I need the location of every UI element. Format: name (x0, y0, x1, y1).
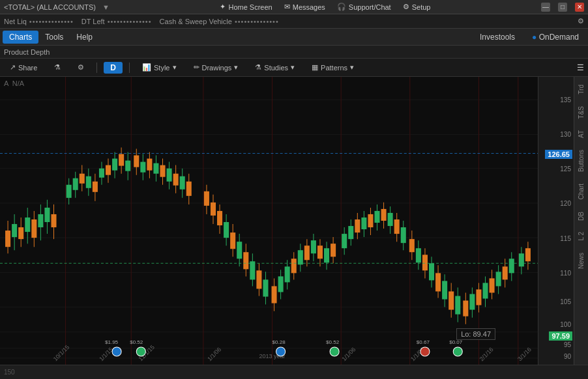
svg-rect-52 (119, 154, 124, 166)
svg-rect-92 (263, 279, 268, 296)
price-level-105: 105 (560, 298, 571, 305)
low-price-label: Lo: 89.47 (456, 328, 495, 340)
drawings-button[interactable]: ✏ Drawings ▾ (188, 61, 244, 74)
tab-chart[interactable]: Chart (576, 178, 587, 204)
patterns-button[interactable]: ▦ Patterns ▾ (306, 61, 360, 74)
dropdown-icon[interactable]: ▼ (102, 3, 110, 11)
svg-rect-56 (134, 156, 139, 167)
svg-text:$0.28: $0.28 (272, 339, 286, 345)
tab-ts[interactable]: T&S (576, 101, 587, 124)
svg-rect-40 (80, 174, 85, 184)
headset-icon: 🎧 (337, 3, 346, 11)
settings-button[interactable]: ⚙ (72, 61, 90, 74)
flask-icon: ⚗ (54, 63, 61, 72)
cash-sweep-label: Cash & Sweep Vehicle (160, 18, 232, 25)
price-level-135: 135 (560, 96, 571, 104)
tab-db[interactable]: DB (576, 206, 587, 226)
svg-rect-104 (304, 246, 310, 260)
svg-rect-88 (250, 261, 255, 279)
svg-rect-154 (476, 289, 481, 305)
svg-rect-54 (125, 161, 130, 171)
candlestick-chart: 10/1/15 1/1/15 11/1/15 1/1/06 2013 year … (0, 77, 538, 365)
svg-rect-98 (285, 266, 290, 282)
svg-rect-152 (469, 294, 475, 310)
home-icon: ✦ (220, 3, 226, 11)
tab-trd[interactable]: Trd (576, 79, 587, 100)
maximize-button[interactable]: □ (558, 3, 567, 12)
cash-sweep-value: •••••••••••••• (235, 18, 279, 25)
period-button[interactable]: D (104, 62, 123, 74)
tab-news[interactable]: News (576, 247, 587, 274)
svg-rect-86 (243, 252, 248, 269)
chart-info: A N/A (4, 79, 24, 87)
main-chart[interactable]: A N/A Lo: 89.47 (0, 77, 538, 365)
price-level-125: 125 (560, 165, 571, 173)
share-button[interactable]: ↗ Share (4, 61, 43, 74)
svg-rect-34 (51, 214, 56, 227)
dt-left-item: DT Left •••••••••••••• (81, 18, 152, 25)
menu-tools[interactable]: Tools (38, 31, 70, 44)
svg-rect-142 (435, 273, 441, 291)
minimize-button[interactable]: — (541, 3, 550, 12)
style-button[interactable]: 📊 Style ▾ (136, 61, 182, 74)
svg-rect-140 (429, 263, 434, 280)
tab-l2[interactable]: L 2 (576, 227, 587, 246)
price-level-130: 130 (560, 131, 571, 138)
svg-rect-144 (442, 281, 447, 299)
patterns-icon: ▦ (312, 63, 318, 72)
svg-rect-62 (153, 163, 158, 174)
messages-icon: ✉ (284, 3, 290, 11)
svg-rect-48 (106, 165, 111, 175)
nav-setup[interactable]: ⚙ Setup (403, 3, 431, 11)
share-icon: ↗ (10, 63, 16, 72)
ondemand-icon: ● (532, 33, 537, 42)
svg-rect-90 (256, 270, 261, 288)
svg-rect-132 (401, 227, 406, 243)
chart-menu-icon[interactable]: ☰ (577, 63, 584, 72)
svg-rect-32 (44, 208, 50, 222)
sub-bar: Product Depth (0, 46, 588, 59)
svg-rect-74 (204, 191, 209, 206)
svg-text:$0.07: $0.07 (449, 339, 463, 345)
settings-icon: ⚙ (578, 17, 584, 25)
tab-buttons[interactable]: Buttons (576, 145, 587, 177)
tab-at[interactable]: AT (576, 125, 587, 143)
value-label: N/A (12, 79, 24, 87)
svg-rect-126 (381, 209, 387, 221)
svg-rect-44 (93, 182, 98, 192)
menu-right: Investools ● OnDemand (473, 31, 585, 44)
investools-btn[interactable]: Investools (473, 31, 522, 44)
svg-rect-120 (361, 218, 366, 229)
ondemand-btn[interactable]: ● OnDemand (525, 31, 585, 44)
cash-sweep-item: Cash & Sweep Vehicle •••••••••••••• (160, 18, 279, 25)
style-icon: 📊 (142, 63, 151, 72)
menu-help[interactable]: Help (70, 31, 99, 44)
svg-rect-122 (368, 214, 373, 227)
svg-text:$1.95: $1.95 (105, 339, 119, 345)
svg-point-184 (330, 347, 339, 356)
gear-settings[interactable]: ⚙ (578, 17, 584, 25)
bottom-bar: 150 (0, 365, 588, 379)
svg-rect-26 (25, 218, 30, 232)
flask-button[interactable]: ⚗ (48, 61, 66, 74)
price-level-110: 110 (560, 269, 571, 276)
nav-home[interactable]: ✦ Home Screen (220, 3, 272, 11)
price-green-97: 97.59 (549, 331, 572, 341)
svg-rect-68 (173, 174, 179, 186)
gear-chart-icon: ⚙ (78, 63, 84, 72)
studies-button[interactable]: ⚗ Studies ▾ (249, 61, 301, 74)
price-level-115: 115 (560, 234, 571, 242)
svg-rect-146 (448, 291, 454, 309)
account-title: <TOTAL> (ALL ACCOUNTS) (4, 3, 96, 11)
close-button[interactable]: ✕ (575, 3, 584, 12)
chevron-down-icon: ▾ (173, 63, 177, 72)
svg-rect-110 (324, 248, 329, 262)
nav-support[interactable]: 🎧 Support/Chat (337, 3, 391, 11)
svg-text:$0.67: $0.67 (417, 339, 430, 345)
menu-charts[interactable]: Charts (3, 31, 38, 44)
svg-rect-130 (394, 219, 400, 234)
svg-rect-148 (455, 296, 460, 315)
svg-rect-108 (317, 246, 323, 259)
nav-messages[interactable]: ✉ Messages (284, 3, 325, 11)
dt-left-label: DT Left (81, 18, 105, 25)
